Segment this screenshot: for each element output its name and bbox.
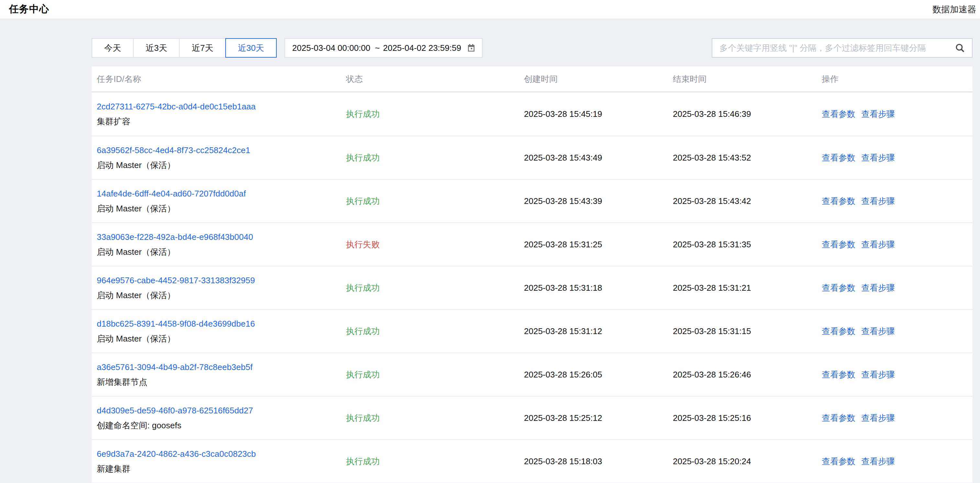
operations-cell: 查看参数 查看步骤 [816, 282, 972, 293]
ended-time: 2025-03-28 15:26:46 [668, 370, 816, 380]
ended-time: 2025-03-28 15:31:15 [668, 326, 816, 336]
task-cell: 33a9063e-f228-492a-bd4e-e968f43b0040 启动 … [92, 230, 341, 259]
status-cell: 执行成功 [341, 282, 519, 293]
col-header-task-id: 任务ID/名称 [92, 73, 341, 85]
view-steps-link[interactable]: 查看步骤 [861, 413, 895, 424]
quick-range-button-1[interactable]: 近3天 [133, 38, 180, 57]
operations-cell: 查看参数 查看步骤 [816, 326, 972, 337]
view-steps-link[interactable]: 查看步骤 [861, 456, 895, 467]
created-time: 2025-03-28 15:25:12 [519, 413, 668, 423]
view-steps-link[interactable]: 查看步骤 [861, 108, 895, 120]
created-time: 2025-03-28 15:31:25 [519, 239, 668, 250]
date-range-value: 2025-03-04 00:00:00~2025-04-02 23:59:59 [292, 43, 466, 53]
status-text: 执行失败 [346, 239, 380, 249]
view-params-link[interactable]: 查看参数 [822, 282, 855, 293]
ended-time: 2025-03-28 15:31:21 [668, 283, 816, 293]
task-id-link[interactable]: 6a39562f-58cc-4ed4-8f73-cc25824c2ce1 [97, 143, 250, 158]
view-steps-link[interactable]: 查看步骤 [861, 196, 895, 207]
page-title: 任务中心 [9, 3, 49, 16]
task-cell: a36e5761-3094-4b49-ab2f-78c8eeb3eb5f 新增集… [92, 360, 341, 389]
date-start: 2025-03-04 00:00:00 [292, 43, 370, 53]
status-text: 执行成功 [346, 456, 380, 466]
view-steps-link[interactable]: 查看步骤 [861, 282, 895, 293]
view-steps-link[interactable]: 查看步骤 [861, 326, 895, 337]
date-range-picker[interactable]: 2025-03-04 00:00:00~2025-04-02 23:59:59 [285, 38, 482, 57]
quick-range-button-3[interactable]: 近30天 [225, 38, 277, 57]
operations-cell: 查看参数 查看步骤 [816, 369, 972, 380]
ended-time: 2025-03-28 15:46:39 [668, 109, 816, 119]
date-end: 2025-04-02 23:59:59 [383, 43, 461, 53]
search-icon[interactable] [955, 42, 966, 53]
view-params-link[interactable]: 查看参数 [822, 413, 855, 424]
created-time: 2025-03-28 15:18:03 [519, 456, 668, 467]
task-cell: 6a39562f-58cc-4ed4-8f73-cc25824c2ce1 启动 … [92, 143, 341, 172]
operations-cell: 查看参数 查看步骤 [816, 413, 972, 424]
top-bar: 任务中心 数据加速器 [0, 0, 980, 18]
task-cell: 6e9d3a7a-2420-4862-a436-c3ca0c0823cb 新建集… [92, 446, 341, 476]
table-row: 33a9063e-f228-492a-bd4e-e968f43b0040 启动 … [92, 222, 972, 266]
view-params-link[interactable]: 查看参数 [822, 239, 855, 250]
view-params-link[interactable]: 查看参数 [822, 456, 855, 467]
status-text: 执行成功 [346, 196, 380, 206]
view-params-link[interactable]: 查看参数 [822, 108, 855, 120]
col-header-status: 状态 [341, 73, 519, 85]
ended-time: 2025-03-28 15:25:16 [668, 413, 816, 423]
task-cell: 2cd27311-6275-42bc-a0d4-de0c15eb1aaa 集群扩… [92, 99, 341, 129]
view-steps-link[interactable]: 查看步骤 [861, 369, 895, 380]
status-cell: 执行成功 [341, 369, 519, 380]
view-params-link[interactable]: 查看参数 [822, 152, 855, 164]
quick-range-button-2[interactable]: 近7天 [179, 38, 226, 57]
task-name: 启动 Master（保活） [97, 244, 341, 259]
operations-cell: 查看参数 查看步骤 [816, 152, 972, 164]
view-steps-link[interactable]: 查看步骤 [861, 239, 895, 250]
task-id-link[interactable]: 14afe4de-6dff-4e04-ad60-7207fdd0d0af [97, 186, 246, 201]
status-cell: 执行成功 [341, 326, 519, 337]
task-id-link[interactable]: 33a9063e-f228-492a-bd4e-e968f43b0040 [97, 230, 253, 244]
col-header-ended: 结束时间 [668, 73, 816, 85]
nav-link-data-accelerator[interactable]: 数据加速器 [932, 3, 976, 15]
status-text: 执行成功 [346, 153, 380, 163]
filter-bar: 今天近3天近7天近30天 2025-03-04 00:00:00~2025-04… [92, 38, 972, 57]
table-row: d18bc625-8391-4458-9f08-d4e3699dbe16 启动 … [92, 309, 972, 352]
operations-cell: 查看参数 查看步骤 [816, 239, 972, 250]
quick-range-button-0[interactable]: 今天 [92, 38, 134, 57]
task-name: 启动 Master（保活） [97, 158, 341, 172]
view-params-link[interactable]: 查看参数 [822, 369, 855, 380]
status-cell: 执行失败 [341, 239, 519, 250]
operations-cell: 查看参数 查看步骤 [816, 456, 972, 467]
status-cell: 执行成功 [341, 108, 519, 120]
ended-time: 2025-03-28 15:20:24 [668, 456, 816, 467]
task-table: 任务ID/名称 状态 创建时间 结束时间 操作 2cd27311-6275-42… [92, 66, 972, 483]
status-text: 执行成功 [346, 370, 380, 379]
task-cell: d18bc625-8391-4458-9f08-d4e3699dbe16 启动 … [92, 316, 341, 346]
view-params-link[interactable]: 查看参数 [822, 196, 855, 207]
created-time: 2025-03-28 15:45:19 [519, 109, 668, 119]
operations-cell: 查看参数 查看步骤 [816, 108, 972, 120]
task-id-link[interactable]: d4d309e5-de59-46f0-a978-62516f65dd27 [97, 403, 253, 418]
created-time: 2025-03-28 15:31:12 [519, 326, 668, 336]
status-cell: 执行成功 [341, 456, 519, 467]
task-cell: d4d309e5-de59-46f0-a978-62516f65dd27 创建命… [92, 403, 341, 433]
task-id-link[interactable]: 2cd27311-6275-42bc-a0d4-de0c15eb1aaa [97, 99, 256, 114]
operations-cell: 查看参数 查看步骤 [816, 196, 972, 207]
task-name: 集群扩容 [97, 114, 341, 129]
task-id-link[interactable]: a36e5761-3094-4b49-ab2f-78c8eeb3eb5f [97, 360, 253, 375]
table-body: 2cd27311-6275-42bc-a0d4-de0c15eb1aaa 集群扩… [92, 92, 972, 483]
task-id-link[interactable]: 964e9576-cabe-4452-9817-331383f32959 [97, 273, 255, 288]
col-header-operations: 操作 [816, 73, 972, 85]
created-time: 2025-03-28 15:31:18 [519, 283, 668, 293]
search-input[interactable] [719, 43, 955, 53]
task-id-link[interactable]: 6e9d3a7a-2420-4862-a436-c3ca0c0823cb [97, 446, 256, 461]
created-time: 2025-03-28 15:43:39 [519, 196, 668, 206]
view-params-link[interactable]: 查看参数 [822, 326, 855, 337]
calendar-icon[interactable] [466, 43, 476, 53]
date-separator: ~ [375, 43, 380, 53]
task-name: 启动 Master（保活） [97, 201, 341, 216]
ended-time: 2025-03-28 15:43:42 [668, 196, 816, 206]
status-cell: 执行成功 [341, 196, 519, 207]
table-row: 6e9d3a7a-2420-4862-a436-c3ca0c0823cb 新建集… [92, 439, 972, 483]
ended-time: 2025-03-28 15:31:35 [668, 239, 816, 250]
view-steps-link[interactable]: 查看步骤 [861, 152, 895, 164]
filter-spacer [482, 38, 712, 57]
task-id-link[interactable]: d18bc625-8391-4458-9f08-d4e3699dbe16 [97, 316, 255, 331]
